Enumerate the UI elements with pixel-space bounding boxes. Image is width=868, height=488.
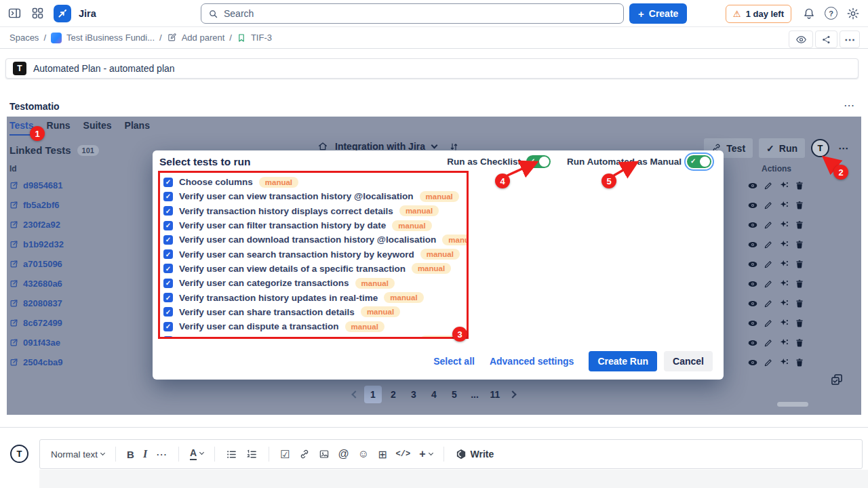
ai-sparkle-icon[interactable] bbox=[779, 220, 789, 230]
delete-trash-icon[interactable] bbox=[795, 319, 804, 328]
view-eye-icon[interactable] bbox=[747, 180, 758, 191]
ai-sparkle-icon[interactable] bbox=[779, 318, 789, 328]
checkbox-checked-icon[interactable]: ✓ bbox=[163, 293, 173, 302]
test-id-link[interactable]: 82080837 bbox=[9, 298, 62, 308]
settings-gear-icon[interactable] bbox=[846, 7, 860, 20]
create-button[interactable]: + Create bbox=[629, 3, 687, 24]
delete-trash-icon[interactable] bbox=[795, 338, 804, 348]
insert-table-icon[interactable]: ⊞ bbox=[378, 448, 387, 461]
panel-tab[interactable]: Plans bbox=[125, 120, 150, 136]
delete-trash-icon[interactable] bbox=[795, 299, 804, 308]
checkbox-checked-icon[interactable]: ✓ bbox=[163, 336, 173, 339]
checkbox-checked-icon[interactable]: ✓ bbox=[163, 206, 173, 216]
horizontal-scrollbar-thumb[interactable] bbox=[777, 402, 808, 407]
page-number[interactable]: 4 bbox=[425, 386, 443, 403]
ai-sparkle-icon[interactable] bbox=[779, 298, 789, 308]
test-id-link[interactable]: a7015096 bbox=[9, 259, 62, 269]
ai-sparkle-icon[interactable] bbox=[779, 180, 789, 190]
create-run-button[interactable]: Create Run bbox=[589, 351, 657, 371]
testomatio-circle-logo[interactable]: T bbox=[811, 139, 829, 157]
numbered-list-icon[interactable] bbox=[246, 449, 258, 460]
watch-eye-button[interactable] bbox=[789, 30, 813, 48]
delete-trash-icon[interactable] bbox=[795, 201, 804, 210]
test-id-link[interactable]: b1b92d32 bbox=[9, 239, 64, 249]
more-actions-button[interactable]: ⋯ bbox=[840, 30, 860, 48]
ai-sparkle-icon[interactable] bbox=[779, 338, 789, 348]
section-more-icon[interactable]: ⋯ bbox=[844, 99, 854, 112]
delete-trash-icon[interactable] bbox=[795, 181, 804, 190]
collapse-sidebar-icon[interactable] bbox=[7, 6, 22, 20]
help-icon[interactable]: ? bbox=[825, 7, 837, 20]
share-button[interactable] bbox=[815, 30, 837, 48]
bullet-list-icon[interactable] bbox=[226, 449, 237, 460]
checkbox-checked-icon[interactable]: ✓ bbox=[163, 235, 173, 245]
select-all-link[interactable]: Select all bbox=[433, 356, 475, 367]
run-as-checklist-toggle[interactable]: ✓ bbox=[526, 155, 551, 168]
delete-trash-icon[interactable] bbox=[795, 358, 804, 367]
test-id-link[interactable]: 091f43ae bbox=[9, 338, 60, 348]
ai-sparkle-icon[interactable] bbox=[779, 357, 789, 367]
breadcrumb-issue-key[interactable]: TIF-3 bbox=[251, 33, 272, 43]
editor-content-area[interactable] bbox=[39, 470, 868, 488]
edit-pencil-icon[interactable] bbox=[764, 299, 773, 308]
delete-trash-icon[interactable] bbox=[795, 220, 804, 230]
notifications-bell-icon[interactable] bbox=[802, 7, 816, 20]
ai-sparkle-icon[interactable] bbox=[779, 259, 789, 269]
edit-pencil-icon[interactable] bbox=[764, 260, 773, 269]
ai-write-button[interactable]: Write bbox=[455, 448, 494, 460]
copy-report-icon[interactable] bbox=[830, 373, 844, 386]
checkbox-checked-icon[interactable]: ✓ bbox=[163, 192, 173, 201]
insert-more-button[interactable]: + bbox=[419, 448, 432, 460]
test-id-link[interactable]: d9854681 bbox=[9, 180, 63, 190]
previous-page-icon[interactable] bbox=[351, 390, 359, 398]
edit-pencil-icon[interactable] bbox=[764, 220, 773, 230]
test-id-link[interactable]: 230f2a92 bbox=[9, 220, 60, 230]
task-list-icon[interactable]: ☑ bbox=[280, 448, 290, 461]
insert-link-icon[interactable] bbox=[299, 449, 310, 460]
global-search[interactable] bbox=[201, 3, 624, 24]
edit-pencil-icon[interactable] bbox=[764, 338, 773, 348]
test-id-link[interactable]: fb5a2bf6 bbox=[9, 200, 59, 210]
test-id-link[interactable]: 2504cba9 bbox=[9, 357, 63, 367]
checkbox-checked-icon[interactable]: ✓ bbox=[163, 264, 173, 273]
app-switcher-icon[interactable] bbox=[31, 6, 45, 20]
page-number[interactable]: 1 bbox=[364, 386, 382, 403]
search-input[interactable] bbox=[224, 8, 616, 19]
breadcrumb-spaces[interactable]: Spaces bbox=[9, 33, 39, 43]
view-eye-icon[interactable] bbox=[747, 338, 758, 348]
page-number[interactable]: ... bbox=[466, 386, 484, 403]
run-button[interactable]: ✓ Run bbox=[759, 138, 805, 158]
checkbox-checked-icon[interactable]: ✓ bbox=[163, 221, 173, 230]
insert-image-icon[interactable] bbox=[319, 449, 330, 460]
italic-button[interactable]: I bbox=[143, 448, 147, 460]
ai-sparkle-icon[interactable] bbox=[779, 200, 789, 210]
view-eye-icon[interactable] bbox=[747, 318, 758, 329]
view-eye-icon[interactable] bbox=[747, 357, 758, 368]
trial-countdown-badge[interactable]: ⚠ 1 day left bbox=[726, 5, 791, 23]
more-formatting-icon[interactable]: ⋯ bbox=[156, 448, 167, 461]
code-block-icon[interactable]: </> bbox=[396, 449, 411, 459]
panel-tab[interactable]: Runs bbox=[47, 120, 71, 136]
checkbox-checked-icon[interactable]: ✓ bbox=[163, 307, 173, 317]
edit-pencil-icon[interactable] bbox=[764, 201, 773, 210]
edit-pencil-icon[interactable] bbox=[764, 181, 773, 190]
emoji-icon[interactable]: ☺ bbox=[358, 448, 369, 460]
jira-logo-icon[interactable] bbox=[54, 5, 71, 22]
panel-more-icon[interactable]: ⋯ bbox=[835, 142, 852, 155]
panel-tab[interactable]: Suites bbox=[83, 120, 112, 136]
run-automated-as-manual-toggle[interactable]: ✓ bbox=[687, 155, 711, 168]
breadcrumb-add-parent[interactable]: Add parent bbox=[182, 33, 225, 43]
edit-pencil-icon[interactable] bbox=[764, 319, 773, 328]
checkbox-checked-icon[interactable]: ✓ bbox=[163, 249, 173, 259]
test-id-link[interactable]: 432680a6 bbox=[9, 279, 62, 289]
page-number[interactable]: 5 bbox=[446, 386, 463, 403]
delete-trash-icon[interactable] bbox=[795, 260, 804, 269]
advanced-settings-link[interactable]: Advanced settings bbox=[490, 356, 574, 367]
test-id-link[interactable]: 8c672499 bbox=[9, 318, 62, 328]
view-eye-icon[interactable] bbox=[747, 298, 758, 309]
bold-button[interactable]: B bbox=[127, 449, 134, 460]
checkbox-checked-icon[interactable]: ✓ bbox=[163, 178, 173, 187]
view-eye-icon[interactable] bbox=[747, 239, 758, 250]
plan-card[interactable]: T Automated Plan - automated plan bbox=[5, 58, 859, 79]
view-eye-icon[interactable] bbox=[747, 200, 758, 211]
